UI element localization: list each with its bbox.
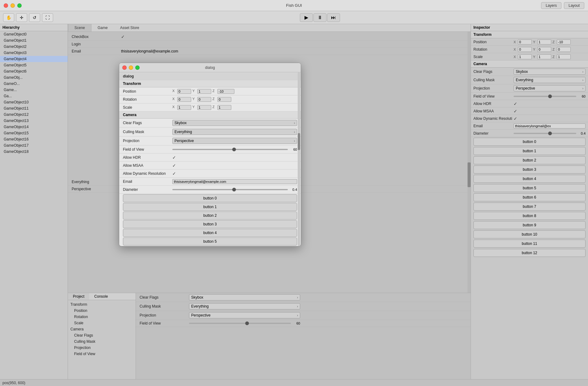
dialog-clearflags-dropdown[interactable]: Skybox ›	[172, 120, 297, 126]
dialog-scrollbar[interactable]	[298, 72, 300, 246]
hierarchy-item[interactable]: Ga...	[0, 93, 68, 99]
hierarchy-item[interactable]: GameObject2	[0, 44, 68, 50]
bottom-position-item[interactable]: Position	[68, 308, 136, 314]
bottom-scale-item[interactable]: Scale	[68, 320, 136, 326]
inspector-scale-z[interactable]	[557, 54, 571, 59]
pause-button[interactable]: ⏸	[313, 13, 326, 22]
inspector-scale-x[interactable]	[518, 54, 532, 59]
dialog-scale-x[interactable]	[177, 105, 191, 110]
dialog-position-x[interactable]	[177, 89, 191, 94]
bottom-cullingmask-dropdown[interactable]: Everything ›	[189, 303, 300, 309]
inspector-email-input[interactable]	[514, 124, 586, 128]
hierarchy-item[interactable]: GameObject17	[0, 142, 68, 149]
dialog-button-5[interactable]: button 5	[123, 237, 297, 245]
inspector-rotation-y[interactable]	[537, 47, 551, 52]
inspector-fov-thumb[interactable]	[548, 94, 552, 98]
dialog-diameter-thumb[interactable]	[232, 188, 236, 191]
bottom-fov-item[interactable]: Field of View	[68, 351, 136, 357]
dialog-projection-dropdown[interactable]: Perspective ›	[172, 138, 297, 144]
inspector-button-2[interactable]: button 2	[473, 156, 586, 164]
bottom-rotation-item[interactable]: Rotation	[68, 314, 136, 320]
hierarchy-item[interactable]: GameObject12	[0, 111, 68, 118]
inspector-button-7[interactable]: button 7	[473, 203, 586, 211]
minimize-button[interactable]	[10, 3, 15, 8]
inspector-button-4[interactable]: button 4	[473, 175, 586, 183]
maximize-button[interactable]	[17, 3, 22, 8]
inspector-diameter-thumb[interactable]	[548, 132, 552, 135]
inspector-projection-dropdown[interactable]: Perspective ›	[514, 85, 586, 91]
dialog-button-0[interactable]: button 0	[123, 194, 297, 202]
dialog-email-input[interactable]	[172, 179, 297, 184]
dialog-close-button[interactable]	[122, 65, 127, 70]
bottom-camera-item[interactable]: Camera	[68, 326, 136, 332]
dialog-fov-thumb[interactable]	[232, 148, 236, 151]
inspector-position-z[interactable]	[557, 40, 571, 44]
scene-scrollbar[interactable]	[468, 32, 471, 293]
rotate-tool-button[interactable]: ↺	[29, 13, 40, 22]
scale-tool-button[interactable]: ⛶	[42, 13, 53, 22]
dialog-minimize-button[interactable]	[129, 65, 133, 70]
layout-button[interactable]: Layout	[564, 2, 584, 9]
asset-store-tab[interactable]: Asset Store	[114, 24, 145, 31]
layers-button[interactable]: Layers	[541, 2, 561, 9]
dialog-rotation-y[interactable]	[197, 97, 211, 102]
step-button[interactable]: ⏭	[327, 13, 340, 22]
scene-scrollbar-thumb[interactable]	[468, 162, 471, 187]
hierarchy-item[interactable]: GameObject4	[0, 56, 68, 62]
dialog-position-y[interactable]	[197, 89, 211, 94]
inspector-position-y[interactable]	[537, 40, 551, 44]
dialog-scale-y[interactable]	[197, 105, 211, 110]
dialog-scrollbar-thumb[interactable]	[298, 133, 300, 150]
hierarchy-item[interactable]: GameObject6	[0, 68, 68, 74]
hierarchy-item[interactable]: GameObject1	[0, 37, 68, 44]
hand-tool-button[interactable]: ✋	[3, 13, 14, 22]
inspector-fov-slider[interactable]: 60	[514, 94, 586, 98]
inspector-rotation-z[interactable]	[557, 47, 571, 52]
inspector-rotation-x[interactable]	[518, 47, 532, 52]
hierarchy-item[interactable]: GameObject10	[0, 99, 68, 105]
inspector-button-9[interactable]: button 9	[473, 221, 586, 229]
dialog-scale-z[interactable]	[217, 105, 231, 110]
bottom-projection-dropdown[interactable]: Perspective ›	[189, 312, 300, 318]
bottom-transform-item[interactable]: Transform	[68, 301, 136, 308]
dialog-fov-slider[interactable]: 60	[172, 148, 297, 151]
inspector-clearflags-dropdown[interactable]: Skybox ›	[514, 69, 586, 75]
hierarchy-item[interactable]: GameObject13	[0, 118, 68, 124]
scene-tab[interactable]: Scene	[68, 24, 91, 31]
hierarchy-item[interactable]: GameObject5	[0, 62, 68, 68]
bottom-cullingmask-item[interactable]: Culling Mask	[68, 338, 136, 345]
inspector-button-3[interactable]: button 3	[473, 166, 586, 174]
close-button[interactable]	[4, 3, 8, 8]
hierarchy-item[interactable]: GameObject16	[0, 136, 68, 142]
hierarchy-item[interactable]: Game...	[0, 87, 68, 93]
game-tab[interactable]: Game	[91, 24, 114, 31]
hierarchy-item[interactable]: GameObj...	[0, 74, 68, 81]
play-button[interactable]: ▶	[300, 13, 313, 22]
inspector-diameter-slider[interactable]: 0.4	[514, 132, 586, 135]
dialog-button-1[interactable]: button 1	[123, 203, 297, 211]
dialog-button-4[interactable]: button 4	[123, 229, 297, 237]
inspector-position-x[interactable]	[518, 40, 532, 44]
dialog-rotation-x[interactable]	[177, 97, 191, 102]
dialog-diameter-slider[interactable]: 0.4	[172, 188, 297, 191]
inspector-cullingmask-dropdown[interactable]: Everything ›	[514, 77, 586, 83]
inspector-scale-y[interactable]	[537, 54, 551, 59]
inspector-button-0[interactable]: button 0	[473, 138, 586, 146]
hierarchy-item[interactable]: GameObject3	[0, 50, 68, 56]
hierarchy-item[interactable]: GameObject15	[0, 130, 68, 136]
bottom-clearflags-dropdown[interactable]: Skybox ›	[189, 294, 300, 300]
dialog-rotation-z[interactable]	[217, 97, 231, 102]
dialog-button-3[interactable]: button 3	[123, 220, 297, 228]
bottom-projection-item[interactable]: Projection	[68, 345, 136, 351]
hierarchy-item[interactable]: GameObject11	[0, 105, 68, 111]
hierarchy-item[interactable]: GameObject14	[0, 124, 68, 130]
inspector-button-1[interactable]: button 1	[473, 147, 586, 155]
bottom-clearflags-item[interactable]: Clear Flags	[68, 332, 136, 338]
move-tool-button[interactable]: ✛	[16, 13, 27, 22]
hierarchy-item[interactable]: GameO...	[0, 81, 68, 87]
inspector-button-12[interactable]: button 12	[473, 249, 586, 257]
inspector-button-5[interactable]: button 5	[473, 184, 586, 192]
inspector-button-11[interactable]: button 11	[473, 240, 586, 248]
bottom-fov-slider[interactable]: 60	[189, 321, 300, 325]
dialog-cullingmask-dropdown[interactable]: Everything ›	[172, 129, 297, 135]
